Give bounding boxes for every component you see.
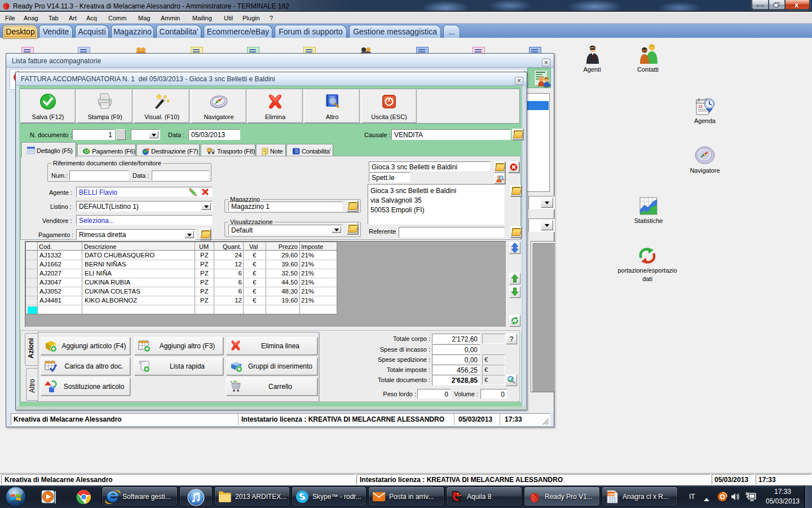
svg-text:ODF: ODF [608,493,616,496]
svg-text:12: 12 [698,104,703,108]
